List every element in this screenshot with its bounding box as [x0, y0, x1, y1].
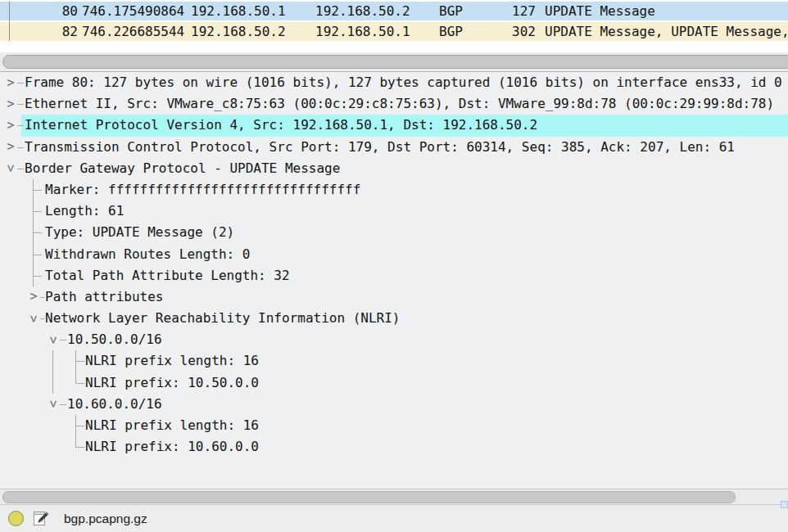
tree-row-label: Transmission Control Protocol, Src Port:… [25, 137, 735, 158]
tree-row[interactable]: NLRI prefix length: 16 [0, 415, 788, 436]
tree-guide-dash [17, 125, 24, 126]
packet-col-length: 302 [483, 22, 536, 41]
tree-guide-dash [17, 147, 24, 148]
expand-arrow-icon[interactable]: > [4, 115, 17, 136]
packet-col-info: UPDATE Message [545, 2, 655, 20]
tree-row[interactable]: >Transmission Control Protocol, Src Port… [0, 137, 788, 158]
tree-row[interactable]: >Internet Protocol Version 4, Src: 192.1… [0, 115, 788, 136]
packet-col-no: 82 [25, 22, 78, 41]
tree-row[interactable]: >10.60.0.0/16 [0, 394, 788, 415]
packet-col-protocol: BGP [439, 22, 463, 41]
tree-row-label: 10.60.0.0/16 [67, 394, 162, 415]
tree-guide-line [52, 372, 53, 394]
scrollbar-thumb[interactable] [2, 491, 736, 503]
tree-row-label: Length: 61 [45, 201, 124, 222]
tree-row-label: NLRI prefix: 10.50.0.0 [85, 372, 259, 394]
tree-row-label: Total Path Attribute Length: 32 [45, 265, 290, 286]
packet-list-column-separator [9, 2, 10, 41]
tree-row-label: Marker: ffffffffffffffffffffffffffffffff [45, 179, 360, 201]
tree-row-label: Internet Protocol Version 4, Src: 192.16… [25, 115, 537, 136]
tree-row-label: NLRI prefix length: 16 [85, 415, 259, 436]
tree-row-label: Ethernet II, Src: VMware_c8:75:63 (00:0c… [25, 93, 774, 115]
packet-col-no: 80 [25, 2, 78, 20]
scrollbar-thumb[interactable] [2, 55, 788, 69]
tree-guide-dash [40, 297, 44, 298]
expert-info-icon[interactable] [8, 511, 24, 526]
tree-row[interactable]: NLRI prefix: 10.50.0.0 [0, 372, 788, 394]
collapse-arrow-icon[interactable]: > [47, 394, 60, 415]
tree-row[interactable]: Withdrawn Routes Length: 0 [0, 244, 788, 265]
tree-row[interactable]: >Network Layer Reachability Information … [0, 308, 788, 329]
tree-guide-line [75, 436, 76, 448]
tree-guide-dash [33, 276, 42, 277]
packet-col-time: 746.175490864 [82, 2, 184, 20]
tree-row[interactable]: NLRI prefix: 10.60.0.0 [0, 436, 788, 458]
expand-arrow-icon[interactable]: > [27, 286, 40, 308]
packet-col-dst: 192.168.50.2 [315, 2, 410, 20]
tree-row[interactable]: >Path attributes [0, 286, 788, 308]
packet-col-dst: 192.168.50.1 [315, 22, 410, 41]
tree-guide-dash [60, 404, 66, 405]
scroll-corner [781, 501, 788, 508]
tree-guide-dash [60, 340, 66, 340]
tree-guide-dash [75, 383, 84, 384]
tree-row-label: Border Gateway Protocol - UPDATE Message [25, 158, 340, 179]
packet-col-time: 746.226685544 [82, 22, 184, 41]
tree-guide-dash [75, 361, 84, 362]
tree-guide-dash [17, 104, 24, 105]
tree-guide-line [75, 372, 76, 384]
packet-detail-pane[interactable]: >Frame 80: 127 bytes on wire (1016 bits)… [0, 72, 788, 489]
tree-row[interactable]: >Border Gateway Protocol - UPDATE Messag… [0, 158, 788, 179]
tree-guide-dash [33, 211, 42, 212]
tree-row[interactable]: NLRI prefix length: 16 [0, 350, 788, 372]
tree-guide-dash [17, 83, 24, 83]
tree-row-label: Type: UPDATE Message (2) [45, 222, 234, 243]
pane-splitter[interactable] [0, 41, 788, 52]
tree-row[interactable]: Total Path Attribute Length: 32 [0, 265, 788, 286]
tree-row-label: Path attributes [45, 286, 164, 308]
tree-row-label: Network Layer Reachability Information (… [45, 308, 400, 329]
expand-arrow-icon[interactable]: > [4, 137, 17, 158]
tree-row-label: 10.50.0.0/16 [67, 329, 162, 350]
packet-col-src: 192.168.50.2 [191, 22, 286, 41]
tree-row[interactable]: Type: UPDATE Message (2) [0, 222, 788, 243]
packet-col-info: UPDATE Message, UPDATE Message, [545, 22, 788, 41]
tree-row-label: NLRI prefix: 10.60.0.0 [85, 436, 259, 458]
tree-row[interactable]: >Frame 80: 127 bytes on wire (1016 bits)… [0, 72, 788, 93]
packet-list-pane[interactable]: 80746.175490864192.168.50.1192.168.50.2B… [0, 0, 788, 41]
capture-comment-icon[interactable] [33, 510, 49, 527]
packet-col-length: 127 [483, 2, 536, 20]
collapse-arrow-icon[interactable]: > [47, 329, 60, 350]
tree-guide-line [52, 350, 53, 372]
packet-col-src: 192.168.50.1 [191, 2, 286, 20]
detail-pane-hscrollbar[interactable] [0, 489, 788, 504]
capture-filename: bgp.pcapng.gz [64, 505, 147, 532]
collapse-arrow-icon[interactable]: > [27, 308, 40, 329]
tree-row[interactable]: Marker: ffffffffffffffffffffffffffffffff [0, 179, 788, 201]
tree-guide-dash [33, 255, 42, 255]
tree-guide-dash [33, 190, 42, 191]
tree-guide-dash [17, 169, 24, 169]
status-bar: bgp.pcapng.gz [0, 505, 788, 532]
packet-row[interactable]: 82746.226685544192.168.50.2192.168.50.1B… [0, 22, 788, 41]
expand-arrow-icon[interactable]: > [4, 93, 17, 115]
tree-guide-dash [75, 426, 84, 426]
tree-row-label: Frame 80: 127 bytes on wire (1016 bits),… [25, 72, 782, 93]
tree-row-label: Withdrawn Routes Length: 0 [45, 244, 250, 265]
tree-row[interactable]: >Ethernet II, Src: VMware_c8:75:63 (00:0… [0, 93, 788, 115]
expand-arrow-icon[interactable]: > [4, 72, 17, 93]
tree-guide-dash [75, 447, 84, 448]
tree-row-label: NLRI prefix length: 16 [85, 350, 259, 372]
packet-col-protocol: BGP [439, 2, 463, 20]
tree-row[interactable]: >10.50.0.0/16 [0, 329, 788, 350]
collapse-arrow-icon[interactable]: > [4, 158, 17, 179]
tree-guide-dash [33, 232, 42, 233]
packet-list-hscrollbar[interactable] [0, 52, 788, 71]
packet-row[interactable]: 80746.175490864192.168.50.1192.168.50.2B… [0, 2, 788, 20]
tree-row[interactable]: Length: 61 [0, 201, 788, 222]
